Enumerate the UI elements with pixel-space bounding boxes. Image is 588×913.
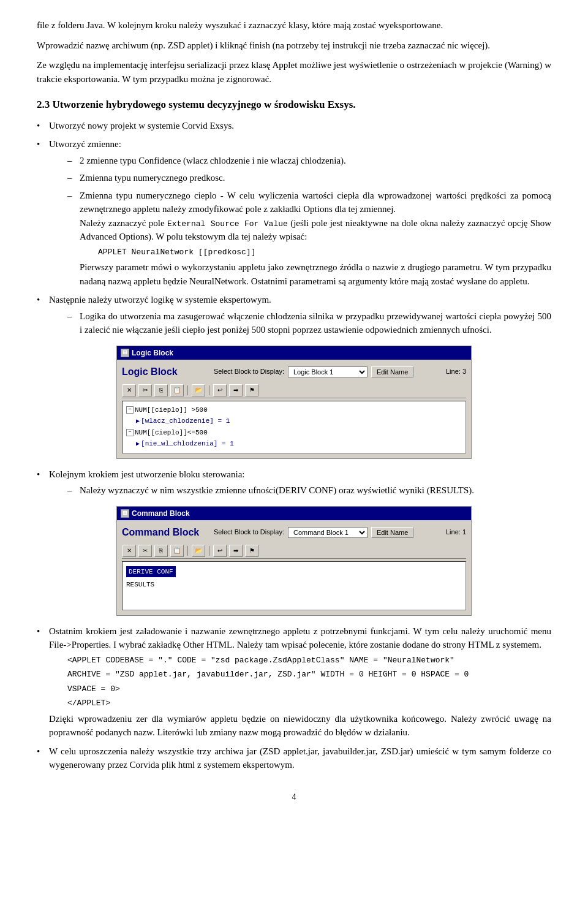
logic-block-select[interactable]: Logic Block 1 bbox=[288, 366, 368, 377]
command-block-edit-name-button[interactable]: Edit Name bbox=[371, 527, 413, 538]
tree-text-3: NUM[[cieplo]]<=500 bbox=[135, 428, 208, 438]
bullet-3: Następnie należy utworzyć logikę w syste… bbox=[37, 293, 551, 337]
applet-code-line: APPLET NeuralNetwork [[predkosc]] bbox=[98, 246, 551, 259]
paragraph-2: Wprowadzić nazwę archiwum (np. ZSD apple… bbox=[37, 39, 551, 53]
command-block-content-area: DERIVE CONF RESULTS bbox=[122, 561, 466, 610]
toolbar-flag-button[interactable]: ⚑ bbox=[245, 384, 258, 396]
sub-list-4: Należy wyznaczyć w nim wszystkie zmienne… bbox=[49, 483, 551, 498]
cmd-toolbar-open-button[interactable]: 📂 bbox=[192, 545, 205, 557]
logic-block-content-area: − NUM[[cieplo]] >500 ▶ [wlacz_chlodzenie… bbox=[122, 401, 466, 453]
paragraph-1: file z folderu Java. W kolejnym kroku na… bbox=[37, 18, 551, 32]
command-block-select-label: Select Block to Display: bbox=[214, 527, 284, 537]
logic-block-header-row: Logic Block Select Block to Display: Log… bbox=[122, 365, 466, 379]
cmd-tree-row-1: DERIVE CONF bbox=[126, 566, 462, 578]
section-heading: 2.3 Utworzenie hybrydowego systemu decyz… bbox=[37, 97, 551, 113]
cmd-toolbar-cut-button[interactable]: ✕ bbox=[123, 545, 136, 557]
logic-block-body: Logic Block Select Block to Display: Log… bbox=[117, 360, 471, 458]
logic-block-toolbar: ✕ ✂ ⎘ 📋 📂 ↩ ➡ ⚑ bbox=[122, 383, 466, 398]
sub-list-2: 2 zmienne typu Confidence (wlacz chlodze… bbox=[49, 154, 551, 289]
page-number: 4 bbox=[37, 790, 551, 803]
tree-text-1: NUM[[cieplo]] >500 bbox=[135, 405, 208, 415]
command-block-header-row: Command Block Select Block to Display: C… bbox=[122, 525, 466, 540]
main-bullet-list: Utworzyć nowy projekt w systemie Corvid … bbox=[37, 119, 551, 337]
derive-conf-label: DERIVE CONF bbox=[126, 566, 176, 578]
command-block-toolbar: ✕ ✂ ⎘ 📋 📂 ↩ ➡ ⚑ bbox=[122, 544, 466, 559]
bullet-2: Utworzyć zmienne: 2 zmienne typu Confide… bbox=[37, 137, 551, 288]
bullet-5: Ostatnim krokiem jest załadowanie i nazw… bbox=[37, 624, 551, 740]
tree-value-2: [wlacz_chlodzenie] = 1 bbox=[141, 416, 230, 426]
command-block-line-label: Line: 1 bbox=[446, 527, 466, 537]
tree-row-3: − NUM[[cieplo]]<=500 bbox=[126, 428, 462, 438]
logic-block-line-label: Line: 3 bbox=[446, 366, 466, 377]
command-block-body: Command Block Select Block to Display: C… bbox=[117, 520, 471, 615]
bullet-6: W celu uproszczenia należy wszystkie trz… bbox=[37, 744, 551, 772]
cmd-toolbar-flag-button[interactable]: ⚑ bbox=[245, 545, 258, 557]
cmd-toolbar-right-arrow-button[interactable]: ➡ bbox=[229, 545, 243, 557]
toolbar-copy-button[interactable]: ⎘ bbox=[154, 384, 168, 396]
logic-block-window-title: Logic Block bbox=[132, 347, 173, 358]
tree-row-1: − NUM[[cieplo]] >500 bbox=[126, 405, 462, 415]
command-block-title: Command Block bbox=[122, 525, 208, 540]
tree-arrow-2: ▶ bbox=[136, 417, 140, 426]
toolbar-separator-1 bbox=[187, 385, 188, 395]
command-block-window: ⊞ Command Block Command Block Select Blo… bbox=[116, 506, 472, 616]
tree-row-2: ▶ [wlacz_chlodzenie] = 1 bbox=[126, 416, 462, 426]
toolbar-scissors-button[interactable]: ✂ bbox=[138, 384, 152, 396]
toolbar-paste-button[interactable]: 📋 bbox=[170, 384, 184, 396]
paragraph-3: Ze względu na implementację interfejsu s… bbox=[37, 58, 551, 86]
results-label: RESULTS bbox=[126, 580, 154, 590]
logic-block-select-label: Select Block to Display: bbox=[214, 366, 284, 377]
logic-block-select-row: Select Block to Display: Logic Block 1 E… bbox=[214, 366, 440, 377]
cmd-toolbar-copy-button[interactable]: ⎘ bbox=[154, 545, 168, 557]
tree-expand-3[interactable]: − bbox=[126, 429, 134, 436]
command-block-select-row: Select Block to Display: Command Block 1… bbox=[214, 527, 440, 538]
command-block-titlebar-icon: ⊞ bbox=[121, 509, 129, 518]
cmd-toolbar-separator-2 bbox=[209, 546, 209, 556]
sub-item-2-1: 2 zmienne typu Confidence (wlacz chlodze… bbox=[67, 154, 551, 168]
tree-expand-1[interactable]: − bbox=[126, 406, 134, 414]
tree-value-4: [nie_wl_chlodzenia] = 1 bbox=[141, 439, 234, 449]
cmd-toolbar-paste-button[interactable]: 📋 bbox=[170, 545, 184, 557]
applet-code-2: ARCHIVE = "ZSD applet.jar, javabuilder.j… bbox=[67, 669, 551, 681]
external-source-code: External Source For Value bbox=[167, 219, 288, 229]
bullet-list-2: Kolejnym krokiem jest utworzenie bloku s… bbox=[37, 468, 551, 498]
logic-block-title: Logic Block bbox=[122, 365, 208, 379]
logic-block-edit-name-button[interactable]: Edit Name bbox=[371, 366, 413, 377]
command-block-titlebar: ⊞ Command Block bbox=[117, 507, 471, 520]
tree-row-4: ▶ [nie_wl_chlodzenia] = 1 bbox=[126, 439, 462, 449]
bullet-4: Kolejnym krokiem jest utworzenie bloku s… bbox=[37, 468, 551, 498]
logic-block-window: ⊞ Logic Block Logic Block Select Block t… bbox=[116, 346, 472, 459]
cmd-tree-row-2: RESULTS bbox=[126, 579, 462, 591]
sub-item-3-1: Logika do utworzenia ma zasugerować włąc… bbox=[67, 309, 551, 337]
applet-code-3: VSPACE = 0> bbox=[67, 683, 551, 695]
cmd-toolbar-scissors-button[interactable]: ✂ bbox=[138, 545, 152, 557]
toolbar-cut-button[interactable]: ✕ bbox=[123, 384, 136, 396]
tree-arrow-4: ▶ bbox=[136, 439, 140, 449]
applet-code-1: <APPLET CODEBASE = "." CODE = "zsd packa… bbox=[67, 654, 551, 667]
toolbar-arrow-button[interactable]: ↩ bbox=[213, 384, 227, 396]
cmd-toolbar-arrow-button[interactable]: ↩ bbox=[213, 545, 227, 557]
cmd-toolbar-separator-1 bbox=[187, 546, 188, 556]
logic-block-titlebar-icon: ⊞ bbox=[121, 349, 129, 357]
bullet-1: Utworzyć nowy projekt w systemie Corvid … bbox=[37, 119, 551, 133]
command-block-window-title: Command Block bbox=[132, 508, 190, 519]
sub-item-2-3: Zmienna typu numerycznego cieplo - W cel… bbox=[67, 189, 551, 289]
toolbar-separator-2 bbox=[209, 385, 209, 395]
toolbar-right-arrow-button[interactable]: ➡ bbox=[229, 384, 243, 396]
toolbar-open-button[interactable]: 📂 bbox=[192, 384, 205, 396]
page-content: file z folderu Java. W kolejnym kroku na… bbox=[37, 18, 551, 803]
sub-list-3: Logika do utworzenia ma zasugerować włąc… bbox=[49, 309, 551, 337]
bullet-list-3: Ostatnim krokiem jest załadowanie i nazw… bbox=[37, 624, 551, 772]
command-block-select[interactable]: Command Block 1 bbox=[288, 527, 368, 538]
logic-block-titlebar: ⊞ Logic Block bbox=[117, 346, 471, 360]
sub-item-2-2: Zmienna typu numerycznego predkosc. bbox=[67, 171, 551, 185]
sub-item-4-1: Należy wyznaczyć w nim wszystkie zmienne… bbox=[67, 483, 551, 498]
applet-code-4: </APPLET> bbox=[67, 697, 551, 710]
